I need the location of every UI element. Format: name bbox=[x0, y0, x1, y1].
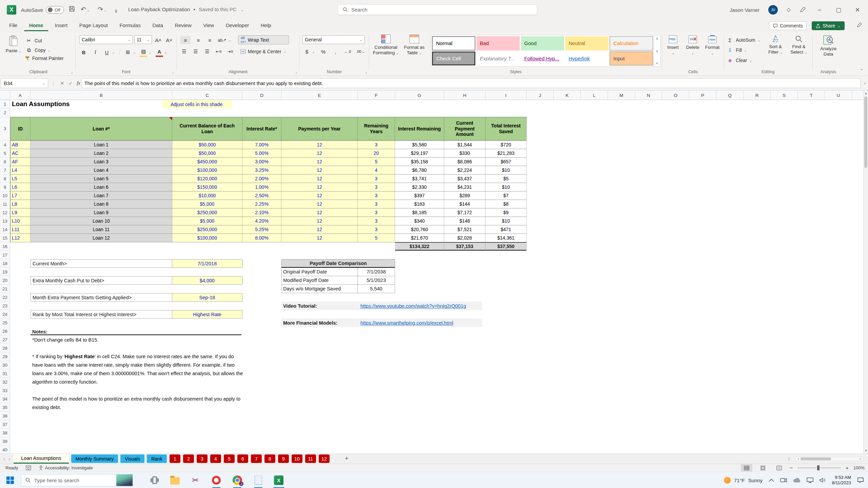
conditional-formatting-button[interactable]: ConditionalFormatting ⌄ bbox=[372, 35, 399, 55]
row-header-17[interactable]: 17 bbox=[0, 251, 10, 259]
cell-A8[interactable]: L5 bbox=[10, 175, 31, 183]
total-cell[interactable]: $37,153 bbox=[444, 242, 486, 251]
row-header-21[interactable]: 21 bbox=[0, 285, 10, 293]
align-center-icon[interactable]: ☰ bbox=[192, 47, 199, 56]
weather-widget[interactable]: 71°F Sunny bbox=[724, 477, 763, 484]
cell-style-normal[interactable]: Normal bbox=[432, 36, 475, 50]
confirm-entry-icon[interactable]: ✓ bbox=[68, 80, 73, 86]
sheet-nav-left-icon[interactable]: ‹ bbox=[0, 456, 8, 462]
font-dialog-launcher[interactable]: ⌟ bbox=[172, 70, 174, 74]
cell-I5[interactable]: $21,283 bbox=[486, 149, 527, 158]
cell-D14[interactable]: 5.25% bbox=[242, 225, 281, 234]
orientation-icon[interactable]: ab↗ bbox=[218, 36, 226, 44]
tab-review[interactable]: Review bbox=[170, 20, 197, 30]
meet-now-icon[interactable] bbox=[780, 477, 787, 483]
row-header-22[interactable]: 22 bbox=[0, 293, 10, 302]
tab-insert[interactable]: Insert bbox=[50, 20, 73, 30]
cell-E4[interactable]: 12 bbox=[281, 141, 358, 149]
number-format-select[interactable]: General⌄ bbox=[302, 35, 365, 44]
autosum-button[interactable]: ΣAutoSum ⌄ bbox=[726, 36, 760, 44]
formula-input[interactable]: The point of this model is how to priori… bbox=[81, 78, 861, 88]
cell-B12[interactable]: Loan 9 bbox=[31, 208, 172, 217]
tab-home[interactable]: Home bbox=[24, 20, 48, 31]
cell-D11[interactable]: 2.25% bbox=[242, 200, 281, 208]
avatar[interactable]: JV bbox=[768, 5, 778, 15]
clear-button[interactable]: ◈Clear ⌄ bbox=[726, 56, 752, 64]
cell-D4[interactable]: 7.00% bbox=[242, 141, 281, 149]
cell-H10[interactable]: $289 bbox=[444, 191, 486, 200]
cell-I4[interactable]: $720 bbox=[486, 141, 527, 149]
row-header-2[interactable]: 2 bbox=[0, 108, 10, 117]
payoff-row-label[interactable]: Original Payoff Date bbox=[281, 268, 358, 276]
network-icon[interactable] bbox=[807, 477, 813, 483]
cell-G9[interactable]: $2,330 bbox=[395, 183, 444, 191]
cell-F15[interactable]: 5 bbox=[358, 234, 395, 242]
cell-style-good[interactable]: Good bbox=[521, 36, 564, 50]
cancel-entry-icon[interactable]: ✕ bbox=[60, 80, 64, 86]
cell-style-input[interactable]: Input bbox=[610, 52, 653, 66]
row-header-12[interactable]: 12 bbox=[0, 208, 10, 217]
volume-icon[interactable] bbox=[820, 477, 826, 483]
cell-F4[interactable]: 3 bbox=[358, 141, 395, 149]
column-header-K[interactable]: K bbox=[554, 90, 581, 100]
cell-C11[interactable]: $5,000 bbox=[172, 200, 242, 208]
cell-E9[interactable]: 12 bbox=[281, 183, 358, 191]
loan-header-cell[interactable]: Interest Remaining bbox=[395, 117, 444, 141]
column-header-R[interactable]: R bbox=[744, 90, 771, 100]
row-header-20[interactable]: 20 bbox=[0, 276, 10, 285]
cell-C14[interactable]: $250,000 bbox=[172, 225, 242, 234]
search-box[interactable]: Search bbox=[338, 4, 537, 15]
tab-strip-menu-icon[interactable]: ⁝ bbox=[788, 456, 790, 461]
opera-icon[interactable] bbox=[211, 475, 222, 486]
fill-button[interactable]: ⇩Fill ⌄ bbox=[726, 46, 747, 54]
sheet-tab-2[interactable]: 2 bbox=[183, 454, 194, 463]
cell-G10[interactable]: $397 bbox=[395, 191, 444, 200]
tab-developer[interactable]: Developer bbox=[221, 20, 254, 30]
row-header-36[interactable]: 36 bbox=[0, 412, 10, 420]
bottom-align-icon[interactable]: ≡ bbox=[206, 36, 214, 44]
cell-G12[interactable]: $8,185 bbox=[395, 208, 444, 217]
total-cell[interactable]: $37,550 bbox=[486, 242, 527, 251]
row-header-23[interactable]: 23 bbox=[0, 302, 10, 310]
cell-G15[interactable]: $21,670 bbox=[395, 234, 444, 242]
row-header-29[interactable]: 29 bbox=[0, 352, 10, 361]
cell-B10[interactable]: Loan 7 bbox=[31, 191, 172, 200]
undo-icon[interactable]: ↶⌄ bbox=[81, 5, 90, 15]
column-header-T[interactable]: T bbox=[798, 90, 825, 100]
cell-style-hyperlink[interactable]: Hyperlink bbox=[565, 52, 609, 66]
select-all-corner[interactable] bbox=[0, 90, 10, 100]
cell-E13[interactable]: 12 bbox=[281, 217, 358, 225]
cell-A4[interactable]: AB bbox=[10, 141, 31, 149]
tab-formulas[interactable]: Formulas bbox=[114, 20, 146, 30]
cell-B8[interactable]: Loan 5 bbox=[31, 175, 172, 183]
tray-expand-icon[interactable] bbox=[769, 479, 774, 482]
row-header-28[interactable]: 28 bbox=[0, 344, 10, 352]
input-label-rank-mode[interactable]: Rank by Most Total Interest or Highest I… bbox=[31, 310, 172, 319]
cell-C7[interactable]: $100,000 bbox=[172, 166, 242, 175]
column-header-H[interactable]: H bbox=[444, 90, 486, 100]
row-header-26[interactable]: 26 bbox=[0, 327, 10, 336]
wrap-text-button[interactable]: abc↩ Wrap Text bbox=[238, 35, 289, 44]
borders-icon[interactable]: ⊞ bbox=[124, 48, 132, 56]
row-header-31[interactable]: 31 bbox=[0, 369, 10, 378]
sheet-tab-5[interactable]: 5 bbox=[224, 454, 235, 463]
cell-D6[interactable]: 3.00% bbox=[242, 158, 281, 166]
cell-B6[interactable]: Loan 3 bbox=[31, 158, 172, 166]
sheet-tab-loan-assumptions[interactable]: Loan Assumptions bbox=[14, 454, 69, 464]
loan-header-cell[interactable]: Current Balance of Each Loan bbox=[172, 117, 242, 141]
cell-C12[interactable]: $250,000 bbox=[172, 208, 242, 217]
sheet-nav-right-icon[interactable]: › bbox=[8, 456, 14, 462]
cell-H14[interactable]: $7,521 bbox=[444, 225, 486, 234]
payoff-row-value[interactable]: 5/1/2023 bbox=[358, 276, 395, 285]
vertical-scrollbar[interactable]: ▲ ▼ bbox=[863, 90, 868, 453]
shade-note-cell[interactable]: Adjust cells in this shade. bbox=[162, 100, 232, 108]
row-header-33[interactable]: 33 bbox=[0, 386, 10, 395]
macro-record-icon[interactable] bbox=[26, 465, 31, 470]
row-header-19[interactable]: 19 bbox=[0, 268, 10, 276]
autosave-control[interactable]: AutoSave Off bbox=[21, 6, 64, 14]
start-button[interactable] bbox=[5, 475, 16, 486]
cell-F7[interactable]: 4 bbox=[358, 166, 395, 175]
cell-C6[interactable]: $450,000 bbox=[172, 158, 242, 166]
row-header-7[interactable]: 7 bbox=[0, 166, 10, 175]
cell-C13[interactable]: $5,000 bbox=[172, 217, 242, 225]
